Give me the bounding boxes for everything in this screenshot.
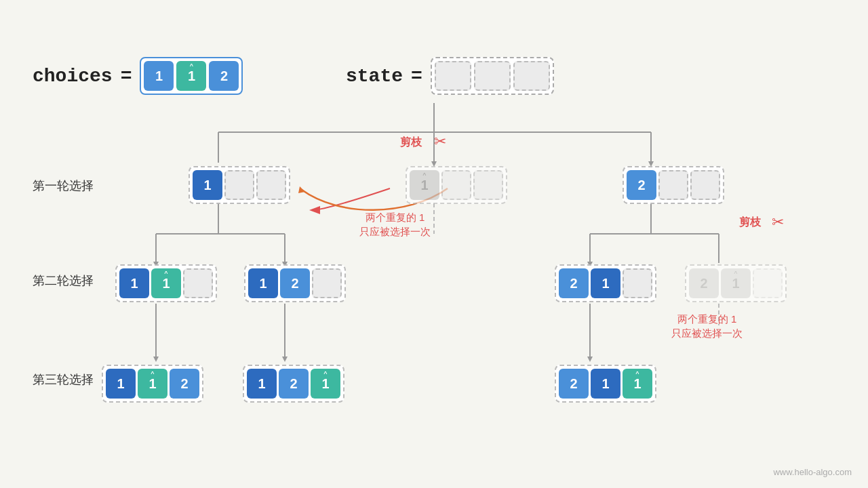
choices-header: choices = 1 ^ 1 2 xyxy=(33,57,243,95)
choices-label: choices xyxy=(33,66,113,87)
node-l1-left-c3 xyxy=(256,170,286,200)
node-l3-1: 1 ^1 2 xyxy=(102,365,203,403)
node-l3-2-c1: 1 xyxy=(247,369,277,399)
node-l3-3: 2 1 ^1 xyxy=(555,365,656,403)
state-array xyxy=(431,57,554,95)
node-l1-left-c2 xyxy=(224,170,254,200)
svg-marker-26 xyxy=(587,357,593,362)
node-l2-ll-c1: 1 xyxy=(119,268,149,298)
svg-marker-27 xyxy=(298,186,305,193)
watermark: www.hello-algo.com xyxy=(773,467,852,477)
row1-label: 第一轮选择 xyxy=(33,178,94,194)
node-l3-1-c3: 2 xyxy=(170,369,199,399)
node-l2-rr-c3 xyxy=(753,268,783,298)
node-l1-right: 2 xyxy=(623,166,724,204)
prune-label-2: 剪枝 xyxy=(739,216,761,230)
note-1: 两个重复的 1只应被选择一次 xyxy=(359,210,431,239)
state-cell-3 xyxy=(513,61,550,91)
choices-cell-2: 2 xyxy=(209,61,239,91)
node-l1-right-c1: 2 xyxy=(627,170,656,200)
node-l1-center-c2 xyxy=(441,170,471,200)
node-l3-3-c3: ^1 xyxy=(623,369,652,399)
node-l2-ll-c2: ^1 xyxy=(151,268,181,298)
node-l3-1-c1: 1 xyxy=(106,369,136,399)
node-l2-rr: 2 ^1 xyxy=(685,264,787,302)
node-l2-rl-c2: 1 xyxy=(591,268,620,298)
node-l1-right-c2 xyxy=(658,170,688,200)
state-label: state xyxy=(346,66,403,87)
node-l1-right-c3 xyxy=(690,170,720,200)
main-container: choices = 1 ^ 1 2 state = 第一轮选择 第二轮选择 第三… xyxy=(0,0,868,488)
node-l2-rr-c1: 2 xyxy=(689,268,719,298)
svg-marker-23 xyxy=(153,357,159,362)
node-l3-3-c2: 1 xyxy=(591,369,620,399)
node-l2-rr-c2: ^1 xyxy=(721,268,751,298)
node-l1-left: 1 xyxy=(189,166,290,204)
state-eq: = xyxy=(411,66,422,87)
node-l1-center: ^ 1 xyxy=(406,166,507,204)
node-l1-center-c3 xyxy=(473,170,503,200)
node-l2-rl-c1: 2 xyxy=(559,268,589,298)
node-l3-2-c3: ^1 xyxy=(311,369,340,399)
state-cell-1 xyxy=(435,61,471,91)
node-l2-lr-c1: 1 xyxy=(248,268,278,298)
row2-label: 第二轮选择 xyxy=(33,272,94,289)
node-l2-ll-c3 xyxy=(183,268,213,298)
node-l1-left-c1: 1 xyxy=(193,170,222,200)
node-l2-lr: 1 2 xyxy=(244,264,346,302)
note-2: 两个重复的 1只应被选择一次 xyxy=(671,312,743,340)
scissors-icon-2: ✂ xyxy=(772,214,784,231)
node-l2-rl-c3 xyxy=(623,268,652,298)
node-l3-2: 1 2 ^1 xyxy=(243,365,344,403)
state-header: state = xyxy=(346,57,554,95)
choices-cell-1hat: ^ 1 xyxy=(176,61,206,91)
node-l2-rl: 2 1 xyxy=(555,264,656,302)
choices-array: 1 ^ 1 2 xyxy=(140,57,243,95)
choices-eq: = xyxy=(121,66,132,87)
node-l2-lr-c2: 2 xyxy=(280,268,310,298)
node-l3-1-c2: ^1 xyxy=(138,369,167,399)
node-l2-lr-c3 xyxy=(312,268,342,298)
row3-label: 第三轮选择 xyxy=(33,371,94,388)
choices-cell-1: 1 xyxy=(144,61,174,91)
node-l3-2-c2: 2 xyxy=(279,369,309,399)
scissors-icon-1: ✂ xyxy=(434,133,446,150)
node-l1-center-c1: ^ 1 xyxy=(410,170,439,200)
prune-label-1: 剪枝 xyxy=(400,136,422,150)
svg-marker-24 xyxy=(282,357,288,362)
node-l2-ll: 1 ^1 xyxy=(115,264,217,302)
node-l3-3-c1: 2 xyxy=(559,369,589,399)
state-cell-2 xyxy=(474,61,511,91)
